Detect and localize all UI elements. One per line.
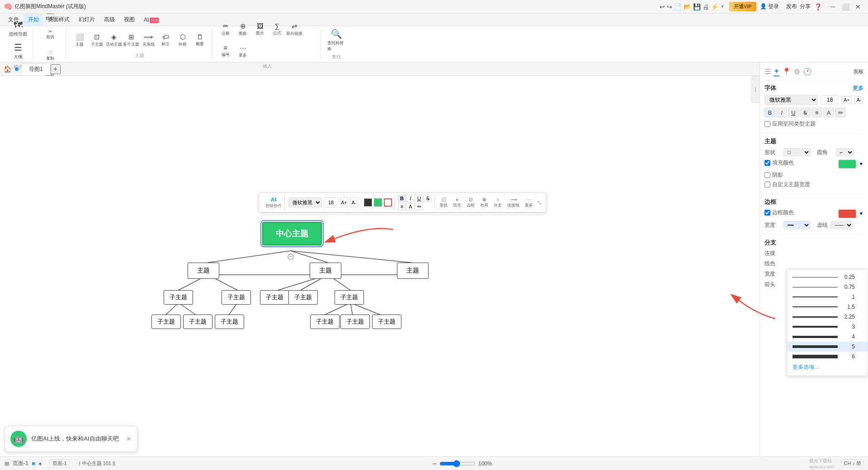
group-label-insert: 插入	[263, 63, 272, 70]
find-replace-button[interactable]: 🔍 查找和替换	[326, 28, 346, 52]
menu-file[interactable]: 文件	[4, 14, 24, 25]
relation-icon: ⟿	[143, 33, 153, 41]
number-icon: ≡	[224, 44, 228, 52]
icon-icon: ⊕	[240, 22, 246, 30]
menu-slideshow[interactable]: 幻灯片	[74, 14, 99, 25]
note-icon: ✏	[223, 22, 229, 30]
close-button[interactable]: ✕	[852, 2, 864, 11]
panel-tab-settings[interactable]: ⚙	[794, 67, 800, 76]
icon-button[interactable]: ⊕ 图标	[235, 19, 251, 40]
menu-page-style[interactable]: 页面样式	[43, 14, 74, 25]
subtopic-button[interactable]: ⊡ 子主题	[89, 30, 105, 51]
add-tab-button[interactable]: +	[51, 64, 61, 74]
bilink-button[interactable]: ⇌ 双向链接	[286, 19, 302, 40]
print-button[interactable]: 🖨	[703, 3, 709, 10]
panel-tab-style[interactable]: ✦	[774, 67, 779, 76]
topic-button[interactable]: ⬜ 主题	[71, 30, 88, 51]
formula-button[interactable]: ∑ 公式	[269, 19, 285, 40]
redo-button[interactable]: ↪	[667, 3, 672, 10]
group-label-topic: 主题	[135, 52, 144, 59]
frame-button[interactable]: ⬡ 外框	[175, 30, 191, 51]
publish-button[interactable]: 发布	[786, 3, 797, 10]
new-button[interactable]: 📄	[674, 3, 682, 10]
ai-badge: Hot	[150, 18, 159, 23]
group-label-find: 查找	[332, 54, 341, 60]
menubar: 文件 开始 页面样式 幻灯片 高级 视图 AIHot	[0, 14, 868, 26]
share-button[interactable]: 分享	[800, 3, 811, 10]
right-panel: ☰ ✦ 📍 ⚙ 🕐 面板 字体 更多 微软雅黑 宋体 黑体 A+ A- B I …	[760, 62, 868, 76]
open-button[interactable]: 📂	[684, 3, 691, 10]
panel-tab-properties[interactable]: ☰	[764, 67, 771, 76]
tab-diagram1[interactable]: 导图1	[21, 63, 51, 75]
toolbar-group-clipboard: 📋 粘贴 ✂ 剪切 📄 复制 🖌 拭贴 剪贴板	[35, 28, 66, 60]
login-button[interactable]: 👤 登录	[760, 3, 779, 10]
vip-button[interactable]: 开通VIP	[729, 2, 756, 11]
undo-button[interactable]: ↩	[660, 3, 665, 10]
multi-topic-icon: ⊞	[128, 33, 134, 41]
app-icon: 🧠	[4, 2, 13, 11]
undo-redo-group: ↩ ↪ 📄 📂 💾 🖨 ⚡ ▼	[660, 3, 725, 10]
frame-icon: ⬡	[180, 33, 186, 41]
subtopic-icon: ⊡	[94, 33, 100, 41]
user-icon: 👤	[760, 3, 767, 9]
panel-tab-location[interactable]: 📍	[782, 67, 791, 76]
image-button[interactable]: 🖼 图片	[252, 19, 268, 40]
dropdown-arrow: ▼	[720, 4, 725, 9]
menu-advanced[interactable]: 高级	[99, 14, 119, 25]
insert-tools-row: ✏ 注释 ⊕ 图标 🖼 图片 ∑ 公式 ⇌ 双向链接 ≡ 编号	[217, 19, 317, 61]
home-icon: 🏠	[4, 66, 11, 73]
cut-icon: ✂	[48, 29, 52, 34]
save-button[interactable]: 💾	[693, 3, 701, 10]
titlebar: 🧠 亿图脑图MindMaster (试用版) ↩ ↪ 📄 📂 💾 🖨 ⚡ ▼ 开…	[0, 0, 868, 14]
number-button[interactable]: ≡ 编号	[217, 41, 234, 61]
label-button[interactable]: 🏷 标注	[157, 30, 174, 51]
panel-tab-history[interactable]: 🕐	[803, 67, 812, 76]
copy-icon: 📄	[47, 50, 53, 55]
toolbar-group-mode: 🗺 思维导图 ☰ 大纲 模式	[4, 28, 33, 60]
multi-topic-button[interactable]: ⊞ 多个主题	[123, 30, 139, 51]
minimize-button[interactable]: ─	[826, 2, 839, 11]
toolbar-group-topic: ⬜ 主题 ⊡ 子主题 ◈ 活动主题 ⊞ 多个主题 ⟿ 关系线 🏷 标注	[68, 28, 212, 60]
dot-indicator	[15, 67, 19, 71]
more-button[interactable]: ⚡	[711, 3, 718, 10]
summary-icon: 🗒	[197, 33, 203, 41]
tabbar: 🏠 导图1 +	[0, 62, 868, 76]
formula-icon: ∑	[275, 22, 280, 30]
relation-button[interactable]: ⟿ 关系线	[140, 30, 156, 51]
menu-start[interactable]: 开始	[24, 14, 43, 25]
help-button[interactable]: ❓	[814, 3, 822, 10]
bilink-icon: ⇌	[292, 22, 297, 30]
clipboard-sub-buttons: ✂ 剪切 📄 复制	[42, 24, 58, 66]
panel-toggle-sidebar[interactable]: 面板	[854, 68, 863, 75]
menu-ai[interactable]: AIHot	[139, 15, 163, 25]
note-button[interactable]: ✏ 注释	[217, 19, 234, 40]
toolbar-group-find: 🔍 查找和替换 查找	[323, 28, 350, 60]
topic-icon: ⬜	[75, 33, 84, 41]
label-icon: 🏷	[162, 33, 169, 41]
toolbar: 🗺 思维导图 ☰ 大纲 模式 📋 粘贴 ✂ 剪切 📄 复制 🖌 拭贴	[0, 26, 868, 62]
maximize-button[interactable]: ⬜	[839, 2, 852, 11]
toolbar-group-insert: ✏ 注释 ⊕ 图标 🖼 图片 ∑ 公式 ⇌ 双向链接 ≡ 编号	[214, 28, 321, 60]
outline-mode-button[interactable]: ☰ 大纲	[8, 40, 28, 62]
find-icon: 🔍	[331, 28, 342, 39]
image-icon: 🖼	[257, 22, 264, 30]
menu-view[interactable]: 视图	[119, 14, 139, 25]
float-topic-button[interactable]: ◈ 活动主题	[106, 30, 122, 51]
more-insert-icon: ⋯	[240, 44, 246, 52]
more-insert-button[interactable]: ⋯ 更多	[235, 41, 251, 61]
summary-button[interactable]: 🗒 概要	[192, 30, 208, 51]
outline-icon: ☰	[14, 42, 22, 53]
window-controls: ─ ⬜ ✕	[826, 2, 864, 11]
topic-tools-row: ⬜ 主题 ⊡ 子主题 ◈ 活动主题 ⊞ 多个主题 ⟿ 关系线 🏷 标注	[71, 30, 208, 51]
panel-tabs: ☰ ✦ 📍 ⚙ 🕐 面板	[764, 67, 863, 76]
float-topic-icon: ◈	[111, 33, 117, 41]
cut-button[interactable]: ✂ 剪切	[42, 24, 58, 45]
app-title: 亿图脑图MindMaster (试用版)	[14, 3, 660, 10]
